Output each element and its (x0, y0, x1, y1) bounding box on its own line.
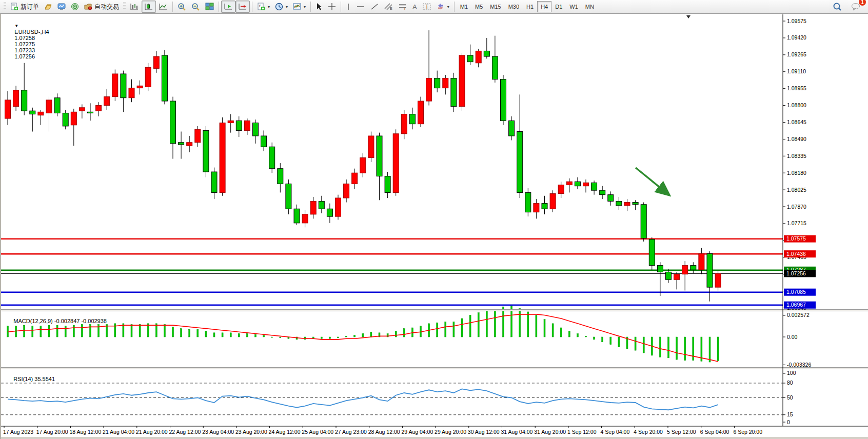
bull-candle (13, 90, 19, 107)
bear-candle (616, 201, 622, 205)
autotrade-button[interactable]: 自动交易 (82, 1, 122, 13)
zoom-in-button[interactable] (175, 1, 189, 13)
tile-windows-button[interactable] (203, 1, 216, 13)
bull-candle (566, 182, 572, 185)
search-button[interactable] (830, 1, 844, 13)
svg-text:100: 100 (787, 370, 796, 376)
notifications-button[interactable]: 1 (849, 1, 863, 13)
svg-text:1.08335: 1.08335 (787, 153, 806, 159)
bear-candle (327, 209, 332, 216)
svg-text:-0.003326: -0.003326 (787, 362, 811, 368)
svg-text:1.09420: 1.09420 (787, 34, 806, 41)
price-chart-canvas[interactable]: 1.095751.094201.092651.091101.089551.088… (1, 14, 868, 439)
bull-candle (104, 97, 110, 106)
timeframe-m30-button[interactable]: M30 (505, 1, 523, 12)
bear-candle (278, 169, 283, 184)
bull-candle (195, 129, 201, 142)
shapes-icon (437, 3, 445, 11)
svg-text:25 Aug 04:00: 25 Aug 04:00 (302, 429, 333, 435)
svg-text:1.08800: 1.08800 (787, 102, 806, 108)
timeframe-h1-button[interactable]: H1 (523, 1, 537, 12)
trendline-tool-button[interactable] (368, 1, 381, 13)
bear-candle (319, 201, 324, 209)
bar-chart-button[interactable] (127, 1, 142, 13)
bear-candle (542, 204, 547, 209)
svg-text:24 Aug 12:00: 24 Aug 12:00 (269, 429, 301, 435)
indicators-button[interactable]: f ▾ (254, 1, 272, 13)
svg-text:1.06967: 1.06967 (786, 302, 806, 308)
bear-candle (591, 183, 597, 190)
bear-candle (707, 253, 713, 287)
bear-candle (691, 266, 696, 270)
templates-icon (293, 3, 301, 11)
trading-terminal-window: 新订单 自动交易 (0, 0, 868, 439)
bear-candle (385, 176, 390, 193)
timeframe-m5-button[interactable]: M5 (471, 1, 486, 12)
bear-candle (22, 90, 27, 111)
market-watch-icon (57, 3, 66, 11)
bear-candle (492, 56, 498, 79)
shapes-tool-button[interactable]: ▾ (434, 1, 452, 13)
candlestick-chart-button[interactable] (142, 1, 156, 13)
timeframe-h4-button[interactable]: H4 (537, 1, 551, 12)
toolbar-grip[interactable] (4, 2, 6, 11)
bull-candle (401, 114, 407, 134)
channel-tool-button[interactable]: E (381, 1, 396, 13)
new-order-button[interactable]: 新订单 (8, 1, 42, 13)
bear-candle (409, 114, 415, 124)
chart-shift-button[interactable] (235, 1, 250, 13)
bull-candle (534, 204, 539, 212)
bull-candle (220, 123, 225, 193)
navigator-button[interactable] (68, 1, 82, 13)
svg-text:18 Aug 12:00: 18 Aug 12:00 (69, 429, 101, 435)
svg-text:1.07436: 1.07436 (786, 251, 806, 257)
svg-text:4 Sep 20:00: 4 Sep 20:00 (634, 429, 663, 435)
svg-text:E: E (390, 7, 392, 10)
toolbar-grip[interactable] (123, 2, 126, 11)
channel-icon: E (384, 3, 393, 11)
svg-text:21 Aug 04:00: 21 Aug 04:00 (103, 429, 134, 435)
svg-text:0.00: 0.00 (787, 334, 798, 340)
ohlc-high: 1.07275 (14, 41, 35, 47)
templates-button[interactable]: ▾ (290, 1, 308, 13)
bull-candle (674, 274, 680, 280)
charts-profile-button[interactable] (42, 1, 55, 13)
svg-text:50: 50 (787, 394, 793, 401)
autotrade-label: 自动交易 (94, 3, 119, 11)
bull-candle (418, 101, 424, 124)
zoom-out-icon (191, 3, 200, 11)
bear-candle (261, 136, 267, 147)
bear-candle (203, 130, 209, 172)
crosshair-tool-button[interactable] (325, 1, 339, 13)
horizontal-line-tool-button[interactable] (353, 1, 368, 13)
bull-candle (699, 253, 704, 270)
timeframe-m1-button[interactable]: M1 (457, 1, 471, 12)
bull-candle (336, 198, 341, 216)
cursor-tool-button[interactable] (313, 1, 325, 13)
ohlc-low: 1.07233 (14, 47, 35, 53)
svg-text:1.07085: 1.07085 (786, 289, 806, 295)
fibonacci-tool-button[interactable]: F (396, 1, 410, 13)
line-chart-button[interactable] (156, 1, 170, 13)
autoscroll-button[interactable] (221, 1, 235, 13)
chart-window[interactable]: 1.095751.094201.092651.091101.089551.088… (0, 14, 868, 439)
bull-candle (426, 78, 432, 101)
symbol-dropdown-icon[interactable]: ▼ (14, 24, 18, 28)
market-watch-button[interactable] (55, 1, 68, 13)
svg-text:28 Aug 12:00: 28 Aug 12:00 (368, 429, 400, 435)
timeframe-m15-button[interactable]: M15 (486, 1, 504, 12)
chart-symbol-label: EURUSD-,H4 (14, 29, 49, 35)
svg-text:23 Aug 04:00: 23 Aug 04:00 (202, 429, 234, 435)
charts-profile-icon (44, 3, 52, 11)
timeframe-d1-button[interactable]: D1 (551, 1, 566, 12)
bull-candle (352, 173, 358, 184)
timeframe-w1-button[interactable]: W1 (566, 1, 582, 12)
periods-caret-icon: ▾ (286, 5, 288, 9)
periods-button[interactable]: ▾ (272, 1, 290, 13)
svg-text:1.07715: 1.07715 (787, 220, 806, 226)
zoom-out-button[interactable] (189, 1, 203, 13)
vertical-line-tool-button[interactable] (343, 1, 353, 13)
timeframe-mn-button[interactable]: MN (582, 1, 598, 12)
text-label-tool-button[interactable]: T (420, 1, 434, 13)
text-tool-button[interactable]: A (410, 1, 420, 13)
